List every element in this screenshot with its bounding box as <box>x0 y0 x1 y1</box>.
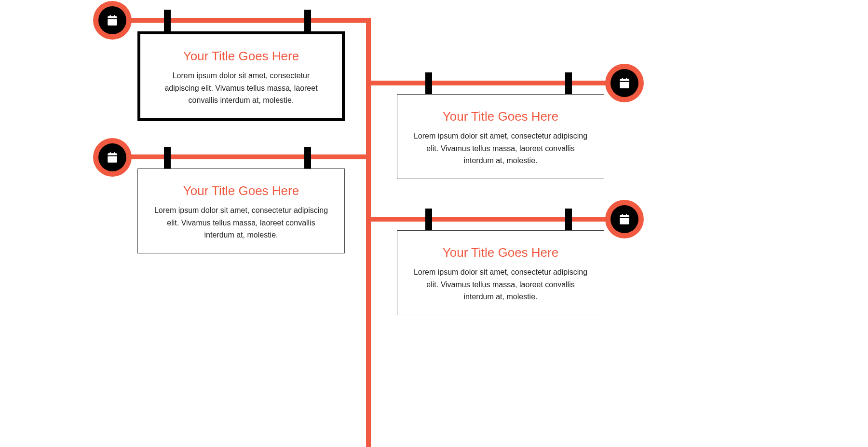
card-body: Lorem ipsum dolor sit amet, consectetur … <box>152 204 330 241</box>
calendar-icon <box>98 6 126 34</box>
card-clip <box>304 10 311 34</box>
branch-left-2 <box>112 154 369 159</box>
card-title: Your Title Goes Here <box>412 245 589 260</box>
branch-right-1 <box>369 81 624 85</box>
branch-left-1 <box>112 18 369 23</box>
card-body: Lorem ipsum dolor sit amet, consectetur … <box>155 70 327 107</box>
card-clip <box>164 147 171 171</box>
calendar-icon <box>610 69 638 97</box>
branch-right-2 <box>369 217 624 222</box>
timeline-card-4: Your Title Goes Here Lorem ipsum dolor s… <box>397 230 604 315</box>
card-clip <box>425 72 432 97</box>
card-title: Your Title Goes Here <box>412 109 589 124</box>
card-title: Your Title Goes Here <box>152 183 330 198</box>
card-clip <box>565 209 572 233</box>
timeline-card-1: Your Title Goes Here Lorem ipsum dolor s… <box>137 31 345 121</box>
timeline-diagram: Your Title Goes Here Lorem ipsum dolor s… <box>0 0 868 447</box>
timeline-marker-3 <box>93 138 132 177</box>
card-body: Lorem ipsum dolor sit amet, consectetur … <box>412 130 589 167</box>
card-clip <box>565 72 572 97</box>
card-clip <box>164 10 171 34</box>
calendar-icon <box>610 205 638 233</box>
timeline-card-3: Your Title Goes Here Lorem ipsum dolor s… <box>137 168 345 253</box>
card-body: Lorem ipsum dolor sit amet, consectetur … <box>412 266 589 303</box>
card-title: Your Title Goes Here <box>155 49 327 64</box>
card-clip <box>425 209 432 233</box>
timeline-marker-2 <box>605 64 644 102</box>
timeline-marker-4 <box>605 200 644 238</box>
timeline-card-2: Your Title Goes Here Lorem ipsum dolor s… <box>397 94 604 179</box>
timeline-marker-1 <box>93 1 132 40</box>
card-clip <box>304 147 311 171</box>
calendar-icon <box>98 143 126 171</box>
